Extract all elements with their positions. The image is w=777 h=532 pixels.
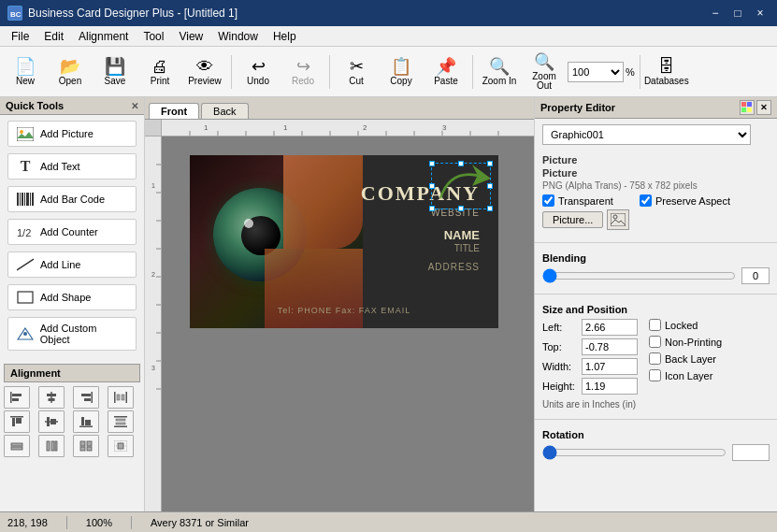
databases-button[interactable]: 🗄 Databases <box>645 50 688 94</box>
align-bottom-btn[interactable] <box>73 410 99 433</box>
menu-help[interactable]: Help <box>266 26 304 46</box>
svg-rect-88 <box>747 108 752 112</box>
same-size-btn[interactable] <box>73 435 99 457</box>
icon-layer-label: Icon Layer <box>665 370 712 381</box>
new-button[interactable]: 📄 New <box>4 50 47 94</box>
menu-edit[interactable]: Edit <box>36 26 71 46</box>
sidebar: Quick Tools ✕ Add Picture T Add Text Add… <box>0 97 145 511</box>
icon-layer-row: Icon Layer <box>649 369 722 381</box>
picture-btn[interactable]: Picture... <box>542 211 603 228</box>
align-center-h-btn[interactable] <box>38 386 65 409</box>
svg-rect-18 <box>12 398 19 401</box>
menu-tool[interactable]: Tool <box>136 26 171 46</box>
print-button[interactable]: 🖨 Print <box>138 50 181 94</box>
paste-button[interactable]: 📌 Paste <box>424 50 468 94</box>
picture-section: Picture Picture PNG (Alpha Trans) - 758 … <box>535 151 777 237</box>
save-button[interactable]: 💾 Save <box>94 50 137 94</box>
undo-button[interactable]: ↩ Undo <box>237 50 280 94</box>
zoom-out-button[interactable]: 🔍 Zoom Out <box>523 50 566 94</box>
svg-rect-44 <box>47 441 50 451</box>
add-shape-btn[interactable]: Add Shape <box>7 284 137 310</box>
save-label: Save <box>105 77 126 86</box>
canvas-scroll[interactable]: COMPANY WEBSITE NAME TITLE ADDRESS Tel: … <box>162 137 534 511</box>
svg-rect-33 <box>47 417 50 426</box>
add-custom-btn[interactable]: Add Custom Object <box>7 317 137 351</box>
add-line-btn[interactable]: Add Line <box>7 252 137 278</box>
tab-back[interactable]: Back <box>201 103 248 119</box>
align-distribute-h-btn[interactable] <box>108 386 134 409</box>
minimize-button[interactable]: − <box>706 5 725 22</box>
svg-rect-42 <box>11 443 22 446</box>
blend-slider-row <box>542 267 770 284</box>
height-input[interactable] <box>582 378 638 395</box>
save-icon: 💾 <box>105 58 125 75</box>
add-picture-icon <box>16 126 35 141</box>
add-text-btn[interactable]: T Add Text <box>7 153 137 180</box>
same-height-btn[interactable] <box>38 435 65 457</box>
non-printing-checkbox[interactable] <box>649 336 661 348</box>
picture-icon-btn[interactable] <box>607 209 629 230</box>
rotation-input[interactable] <box>732 444 770 461</box>
non-printing-label: Non-Printing <box>665 337 722 348</box>
preview-button[interactable]: 👁 Preview <box>183 50 226 94</box>
redo-button[interactable]: ↪ Redo <box>281 50 324 94</box>
transparent-label: Transparent <box>558 195 613 207</box>
svg-text:BC: BC <box>10 10 22 19</box>
ruler-vertical: 1 2 3 <box>145 137 162 511</box>
maximize-button[interactable]: □ <box>728 5 747 22</box>
alignment-header: Alignment <box>4 364 140 382</box>
copy-button[interactable]: 📋 Copy <box>380 50 423 94</box>
blend-value-input[interactable] <box>741 267 770 284</box>
color-picker-btn[interactable] <box>740 100 755 115</box>
separator-4 <box>640 55 640 89</box>
object-selector[interactable]: Graphic001 <box>542 124 751 145</box>
zoom-select[interactable]: 100 50 150 200 <box>568 62 624 82</box>
open-button[interactable]: 📂 Open <box>49 50 92 94</box>
preserve-aspect-checkbox[interactable] <box>640 194 652 207</box>
card-eye-area <box>190 155 363 328</box>
height-row: Height: <box>542 378 638 395</box>
align-top-btn[interactable] <box>4 410 30 433</box>
icon-layer-checkbox[interactable] <box>649 369 661 381</box>
transparent-checkbox[interactable] <box>542 194 554 207</box>
back-layer-checkbox[interactable] <box>649 352 661 365</box>
add-picture-btn[interactable]: Add Picture <box>7 121 137 147</box>
svg-rect-45 <box>51 441 54 451</box>
align-left-btn[interactable] <box>4 386 30 409</box>
card-title-text: TITLE <box>454 243 480 253</box>
align-right-btn[interactable] <box>73 386 99 409</box>
left-input[interactable] <box>582 319 638 336</box>
center-page-btn[interactable] <box>108 435 134 457</box>
prop-close-btn[interactable]: ✕ <box>756 100 771 115</box>
add-counter-btn[interactable]: 1/2 Add Counter <box>7 219 137 245</box>
menu-file[interactable]: File <box>4 26 36 46</box>
quick-tools-header: Quick Tools ✕ <box>0 97 144 115</box>
align-center-v-btn[interactable] <box>38 410 65 433</box>
new-label: New <box>16 77 35 86</box>
redo-icon: ↪ <box>296 58 310 75</box>
canvas-container[interactable]: 1 1 2 3 <box>145 120 534 511</box>
svg-text:3: 3 <box>151 365 155 371</box>
tab-front[interactable]: Front <box>149 103 199 119</box>
size-pos-content: Left: Top: Width: Height: <box>542 319 770 410</box>
add-barcode-btn[interactable]: Add Bar Code <box>7 186 137 212</box>
align-distribute-v-btn[interactable] <box>108 410 134 433</box>
top-input[interactable] <box>582 338 638 355</box>
width-input[interactable] <box>582 358 638 375</box>
blend-slider[interactable] <box>542 269 736 282</box>
svg-rect-21 <box>49 398 55 401</box>
menu-window[interactable]: Window <box>210 26 266 46</box>
menu-alignment[interactable]: Alignment <box>71 26 136 46</box>
svg-rect-8 <box>26 193 29 206</box>
app-title: Business Card Designer Plus - [Untitled … <box>28 7 706 20</box>
sidebar-close-btn[interactable]: ✕ <box>131 101 138 111</box>
same-width-btn[interactable] <box>4 435 30 457</box>
menu-view[interactable]: View <box>171 26 210 46</box>
paste-label: Paste <box>434 77 458 86</box>
rotation-slider[interactable] <box>542 446 727 459</box>
zoom-in-button[interactable]: 🔍 Zoom In <box>478 50 521 94</box>
close-button[interactable]: × <box>751 5 770 22</box>
locked-checkbox[interactable] <box>649 319 661 331</box>
svg-rect-16 <box>10 392 12 403</box>
cut-button[interactable]: ✂ Cut <box>335 50 378 94</box>
